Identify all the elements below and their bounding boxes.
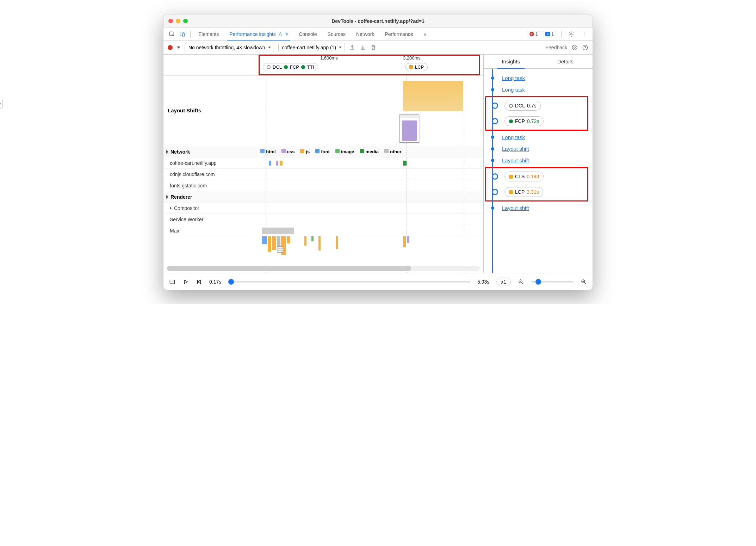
legend-item: image	[335, 149, 354, 154]
preview-toggle-icon[interactable]	[169, 279, 175, 285]
timeline-dot-icon	[491, 147, 494, 150]
legend-item: font	[315, 149, 330, 154]
network-section-header[interactable]: Network html css js font image media oth…	[163, 146, 483, 157]
metric-value: 0.7s	[527, 103, 536, 108]
metric-pill[interactable]: DCL 0.7s	[504, 101, 541, 111]
metric-name: CLS	[515, 174, 525, 179]
insight-link[interactable]: Layout shift	[502, 146, 529, 152]
performance-toolbar: No network throttling, 4× slowdown coffe…	[163, 41, 593, 55]
device-toggle-icon[interactable]	[178, 29, 187, 39]
section: Layout Shifts	[163, 76, 483, 146]
row-label: Compositor	[174, 205, 199, 211]
speed-selector[interactable]: x1	[496, 278, 511, 286]
metric-pill[interactable]: FCP 0.72s	[504, 116, 544, 126]
zoom-slider[interactable]	[531, 281, 574, 283]
play-icon[interactable]	[182, 279, 189, 285]
tab-label: Performance insights	[229, 31, 276, 37]
error-badge[interactable]: ✕ 1	[527, 31, 540, 37]
settings-icon[interactable]	[566, 29, 576, 39]
timeline-dot-icon	[491, 136, 494, 139]
insights-list[interactable]: Long task Long task DCL 0.7s FCP 0.72s L…	[484, 69, 593, 273]
info-count: 1	[551, 32, 554, 37]
insight-item: DCL 0.7s	[486, 98, 587, 113]
row-label: coffee-cart.netlify.app	[170, 160, 217, 166]
target-select[interactable]: coffee-cart.netlify.app (1)	[278, 43, 345, 52]
timeline-pane: 1,600ms 3,200ms DCLFCPTTI LCP Layout Shi…	[163, 55, 483, 273]
traffic-lights	[168, 19, 188, 23]
timeline-body[interactable]: Layout Shifts Network html css js font i…	[163, 76, 483, 273]
close-window-button[interactable]	[168, 19, 173, 23]
insights-tabs: Insights Details	[484, 55, 593, 69]
tab-network[interactable]: Network	[351, 28, 379, 41]
tab-elements[interactable]: Elements	[193, 28, 224, 41]
timeline-node-icon	[492, 103, 498, 109]
highlight-box	[259, 55, 480, 75]
svg-rect-7	[170, 280, 175, 284]
renderer-row[interactable]: Service Worker	[163, 214, 483, 225]
insight-link[interactable]: Long task	[502, 75, 525, 81]
minimize-window-button[interactable]	[176, 19, 180, 23]
metric-pill[interactable]: CLS 0.193	[504, 172, 544, 181]
more-icon[interactable]: ⋮	[579, 29, 589, 39]
throttling-select[interactable]: No network throttling, 4× slowdown	[185, 43, 274, 52]
zoom-out-icon[interactable]	[518, 279, 524, 285]
network-row[interactable]: coffee-cart.netlify.app	[163, 157, 483, 169]
metric-name: LCP	[515, 189, 525, 195]
section-label: Renderer	[171, 194, 192, 200]
insight-link[interactable]: Long task	[502, 134, 525, 140]
export-icon[interactable]	[349, 44, 355, 51]
playback-footer: 0.17s 5.93s x1	[163, 273, 593, 290]
tab-close-icon[interactable]: ×	[285, 31, 288, 37]
insight-link[interactable]: Layout shift	[502, 205, 529, 211]
horizontal-scrollbar[interactable]	[167, 266, 480, 271]
maximize-window-button[interactable]	[183, 19, 188, 23]
network-row[interactable]: fonts.gstatic.com	[163, 180, 483, 191]
inspect-element-icon[interactable]	[167, 29, 177, 39]
tab-performance-insights[interactable]: Performance insights ×	[224, 28, 293, 41]
network-row[interactable]: cdnjs.cloudflare.com	[163, 169, 483, 180]
skip-back-icon[interactable]	[196, 279, 202, 285]
zoom-in-icon[interactable]	[581, 279, 587, 285]
flask-icon	[278, 32, 283, 37]
tabs-overflow[interactable]: »	[419, 28, 431, 41]
tab-insights[interactable]: Insights	[484, 55, 538, 68]
insight-item: Long task	[484, 131, 593, 143]
insight-item: LCP 3.31s	[486, 184, 587, 200]
timeline-ruler: 1,600ms 3,200ms DCLFCPTTI LCP	[163, 55, 483, 76]
timeline-node-icon	[492, 118, 498, 124]
flame-block	[403, 81, 463, 111]
legend-item: media	[360, 149, 379, 154]
delete-icon[interactable]	[370, 44, 377, 51]
time-slider[interactable]	[228, 281, 470, 283]
renderer-row[interactable]: Main ...	[163, 225, 483, 236]
help-icon[interactable]	[582, 44, 588, 51]
record-button[interactable]	[168, 45, 173, 50]
record-options-dropdown[interactable]	[177, 46, 180, 49]
panel-settings-icon[interactable]	[571, 44, 578, 51]
insight-item: Layout shift	[484, 143, 593, 155]
square-icon	[509, 175, 513, 179]
metric-value: 3.31s	[527, 189, 539, 195]
import-icon[interactable]	[360, 44, 366, 51]
renderer-section-header[interactable]: Renderer	[163, 191, 483, 203]
insight-link[interactable]: Long task	[502, 87, 525, 93]
metric-pill[interactable]: LCP 3.31s	[504, 187, 543, 197]
feedback-link[interactable]: Feedback	[546, 45, 567, 50]
content-area: 1,600ms 3,200ms DCLFCPTTI LCP Layout Shi…	[163, 55, 593, 273]
flame-chart[interactable]	[163, 236, 483, 265]
tab-details[interactable]: Details	[538, 55, 593, 68]
layout-shift-thumbnail[interactable]	[399, 114, 419, 143]
insight-link[interactable]: Layout shift	[502, 157, 529, 163]
target-label: coffee-cart.netlify.app (1)	[282, 45, 336, 50]
tab-performance[interactable]: Performance	[380, 28, 418, 41]
chevron-right-icon	[170, 207, 172, 210]
highlight-box: DCL 0.7s FCP 0.72s	[485, 96, 588, 131]
renderer-row[interactable]: Compositor	[163, 203, 483, 214]
devtools-window: DevTools - coffee-cart.netlify.app/?ad=1…	[163, 14, 593, 290]
metric-value: 0.72s	[527, 118, 539, 124]
legend-item: html	[260, 149, 275, 154]
tab-sources[interactable]: Sources	[323, 28, 351, 41]
highlight-box: CLS 0.193 LCP 3.31s	[485, 167, 588, 201]
info-badge[interactable]: ≡ 1	[543, 31, 556, 37]
tab-console[interactable]: Console	[294, 28, 322, 41]
